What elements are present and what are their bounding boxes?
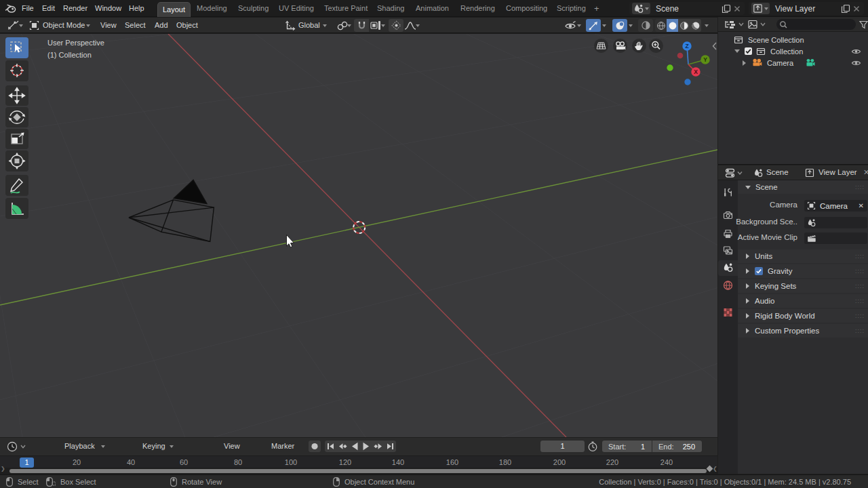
svg-text:Z: Z — [685, 43, 688, 49]
svg-text:Y: Y — [703, 56, 707, 63]
svg-text:X: X — [694, 68, 698, 75]
